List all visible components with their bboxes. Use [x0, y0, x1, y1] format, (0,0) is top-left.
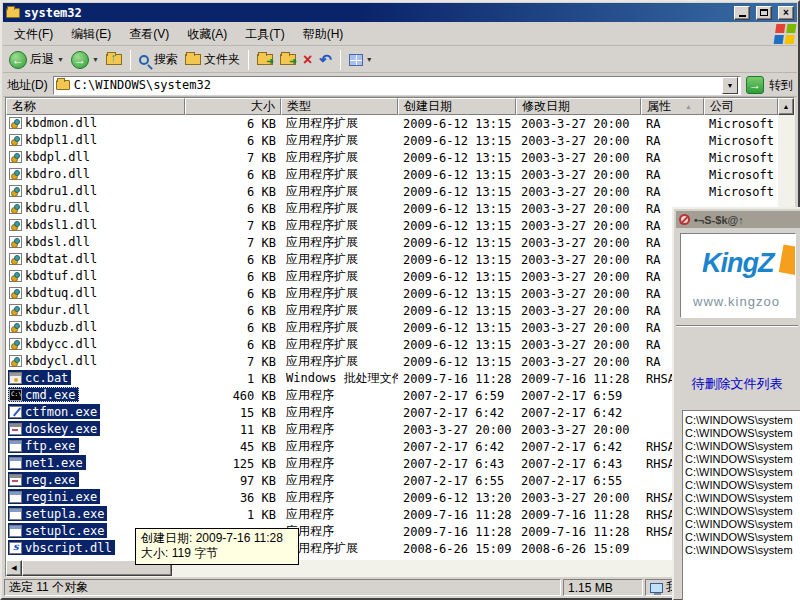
selected-file-label[interactable]: ctfmon.exe	[8, 404, 100, 419]
delete-list-item[interactable]: C:\WINDOWS\system	[685, 440, 800, 453]
file-label[interactable]: kbdsl.dll	[8, 234, 93, 249]
file-row[interactable]: kbdro.dll6 KB应用程序扩展2009-6-12 13:152003-3…	[6, 166, 778, 183]
file-row[interactable]: kbdtat.dll6 KB应用程序扩展2009-6-12 13:152003-…	[6, 251, 778, 268]
file-label[interactable]: kbdsl1.dll	[8, 217, 100, 232]
header-attributes[interactable]: 属性 ▲	[641, 98, 704, 115]
header-created[interactable]: 创建日期	[398, 98, 516, 115]
file-label[interactable]: kbdtat.dll	[8, 251, 100, 266]
views-dropdown-icon[interactable]: ▼	[366, 56, 373, 63]
delete-list-item[interactable]: C:\WINDOWS\system	[685, 414, 800, 427]
delete-list-item[interactable]: C:\WINDOWS\system	[685, 544, 800, 557]
selected-file-label[interactable]: cc.bat	[8, 370, 71, 385]
menu-item-4[interactable]: 收藏(A)	[178, 23, 236, 46]
file-row[interactable]: kbdpl.dll7 KB应用程序扩展2009-6-12 13:152003-3…	[6, 149, 778, 166]
file-label[interactable]: kbdtuq.dll	[8, 285, 100, 300]
delete-list-item[interactable]: C:\WINDOWS\system	[685, 427, 800, 440]
selected-file-label[interactable]: doskey.exe	[8, 421, 100, 436]
file-row[interactable]: regini.exe36 KB应用程序2009-6-12 13:202003-3…	[6, 489, 778, 506]
minimize-button[interactable]	[734, 6, 750, 20]
file-row[interactable]: kbdtuq.dll6 KB应用程序扩展2009-6-12 13:152003-…	[6, 285, 778, 302]
file-row[interactable]: kbdpl1.dll6 KB应用程序扩展2009-6-12 13:152003-…	[6, 132, 778, 149]
title-bar[interactable]: system32 ×	[3, 3, 797, 22]
close-button[interactable]: ×	[778, 6, 794, 20]
file-row[interactable]: vbscript.dll应用程序扩展2008-6-26 15:092008-6-…	[6, 540, 778, 557]
delete-list-item[interactable]: C:\WINDOWS\system	[685, 453, 800, 466]
back-dropdown-icon[interactable]: ▼	[57, 56, 64, 63]
delete-button[interactable]: ×	[301, 52, 314, 68]
selected-file-label[interactable]: ftp.exe	[8, 438, 79, 453]
file-label[interactable]: kbdru1.dll	[8, 183, 100, 198]
file-row[interactable]: cc.bat1 KBWindows 批处理文件2009-7-16 11:2820…	[6, 370, 778, 387]
forward-dropdown-icon[interactable]: ▼	[92, 56, 99, 63]
copy-to-button[interactable]: ➜	[278, 53, 298, 66]
file-label[interactable]: kbdmon.dll	[8, 115, 100, 130]
address-input[interactable]: C:\WINDOWS\system32 ▼	[53, 76, 741, 95]
file-row[interactable]: net1.exe125 KB应用程序2007-2-17 6:432007-2-1…	[6, 455, 778, 472]
views-button[interactable]: ▼	[347, 53, 375, 67]
selected-file-label[interactable]: net1.exe	[8, 455, 86, 470]
file-row[interactable]: setupla.exe1 KB应用程序2009-7-16 11:282009-7…	[6, 506, 778, 523]
selected-file-label[interactable]: cmd.exe	[8, 387, 79, 402]
file-row[interactable]: kbdsl1.dll7 KB应用程序扩展2009-6-12 13:152003-…	[6, 217, 778, 234]
file-row[interactable]: kbdycc.dll6 KB应用程序扩展2009-6-12 13:152003-…	[6, 336, 778, 353]
file-label[interactable]: kbduzb.dll	[8, 319, 100, 334]
file-row[interactable]: reg.exe97 KB应用程序2007-2-17 6:552007-2-17 …	[6, 472, 778, 489]
file-label[interactable]: kbdru.dll	[8, 200, 93, 215]
folders-button[interactable]: 文件夹	[183, 50, 242, 69]
forward-button[interactable]: → ▼	[69, 50, 101, 70]
file-row[interactable]: kbdru1.dll6 KB应用程序扩展2009-6-12 13:152003-…	[6, 183, 778, 200]
menu-item-2[interactable]: 编辑(E)	[62, 23, 120, 46]
header-company[interactable]: 公司	[704, 98, 778, 115]
address-dropdown-button[interactable]: ▼	[722, 77, 738, 94]
file-label[interactable]: kbdycc.dll	[8, 336, 100, 351]
file-label[interactable]: kbdpl.dll	[8, 149, 93, 164]
file-label[interactable]: kbdtuf.dll	[8, 268, 100, 283]
scroll-up-button[interactable]: ▲	[778, 98, 794, 115]
delete-list-item[interactable]: C:\WINDOWS\system	[685, 505, 800, 518]
header-modified[interactable]: 修改日期	[516, 98, 641, 115]
file-row[interactable]: ctfmon.exe15 KB应用程序2007-2-17 6:422007-2-…	[6, 404, 778, 421]
menu-item-6[interactable]: 帮助(H)	[294, 23, 353, 46]
menu-item-1[interactable]: 文件(F)	[5, 23, 62, 46]
file-row[interactable]: ftp.exe45 KB应用程序2007-2-17 6:422007-2-17 …	[6, 438, 778, 455]
selected-file-label[interactable]: setupla.exe	[8, 506, 107, 521]
file-row[interactable]: kbdycl.dll7 KB应用程序扩展2009-6-12 13:152003-…	[6, 353, 778, 370]
search-button[interactable]: 搜索	[137, 50, 180, 69]
delete-list-item[interactable]: C:\WINDOWS\system	[685, 518, 800, 531]
file-label[interactable]: kbdro.dll	[8, 166, 93, 181]
delete-list-item[interactable]: C:\WINDOWS\system	[685, 492, 800, 505]
file-row[interactable]: cmd.exe460 KB应用程序2007-2-17 6:592007-2-17…	[6, 387, 778, 404]
go-button[interactable]: →	[746, 76, 764, 94]
overlay-title-bar[interactable]: •¬S-$k@↑	[676, 211, 800, 228]
menu-item-3[interactable]: 查看(V)	[120, 23, 178, 46]
file-row[interactable]: kbdtuf.dll6 KB应用程序扩展2009-6-12 13:152003-…	[6, 268, 778, 285]
delete-list-item[interactable]: C:\WINDOWS\system	[685, 466, 800, 479]
header-name[interactable]: 名称	[6, 98, 185, 115]
horizontal-scrollbar[interactable]: ◀	[6, 560, 778, 576]
move-to-button[interactable]: ➜	[255, 53, 275, 66]
undo-button[interactable]: ↶	[317, 52, 334, 68]
delete-file-listbox[interactable]: C:\WINDOWS\systemC:\WINDOWS\systemC:\WIN…	[682, 410, 800, 600]
selected-file-label[interactable]: vbscript.dll	[8, 540, 115, 555]
file-label[interactable]: kbdur.dll	[8, 302, 93, 317]
back-button[interactable]: ← 后退 ▼	[7, 50, 66, 70]
file-label[interactable]: kbdpl1.dll	[8, 132, 100, 147]
file-row[interactable]: setuplc.exe应用程序2009-7-16 11:282009-7-16 …	[6, 523, 778, 540]
file-row[interactable]: doskey.exe11 KB应用程序2003-3-27 20:002003-3…	[6, 421, 778, 438]
antivirus-overlay-window[interactable]: •¬S-$k@↑ KingZ www.kingzoo 待删除文件列表 C:\WI…	[672, 207, 800, 600]
selected-file-label[interactable]: reg.exe	[8, 472, 79, 487]
maximize-button[interactable]	[756, 6, 772, 20]
file-row[interactable]: kbdur.dll6 KB应用程序扩展2009-6-12 13:152003-3…	[6, 302, 778, 319]
delete-list-item[interactable]: C:\WINDOWS\system	[685, 479, 800, 492]
delete-list-item[interactable]: C:\WINDOWS\system	[685, 531, 800, 544]
file-row[interactable]: kbdsl.dll7 KB应用程序扩展2009-6-12 13:152003-3…	[6, 234, 778, 251]
selected-file-label[interactable]: regini.exe	[8, 489, 100, 504]
header-type[interactable]: 类型	[281, 98, 398, 115]
file-row[interactable]: kbdru.dll6 KB应用程序扩展2009-6-12 13:152003-3…	[6, 200, 778, 217]
up-button[interactable]: ↑	[104, 53, 124, 66]
header-size[interactable]: 大小	[185, 98, 281, 115]
file-label[interactable]: kbdycl.dll	[8, 353, 100, 368]
file-row[interactable]: kbdmon.dll6 KB应用程序扩展2009-6-12 13:152003-…	[6, 115, 778, 132]
scroll-left-button[interactable]: ◀	[6, 560, 22, 576]
file-row[interactable]: kbduzb.dll6 KB应用程序扩展2009-6-12 13:152003-…	[6, 319, 778, 336]
